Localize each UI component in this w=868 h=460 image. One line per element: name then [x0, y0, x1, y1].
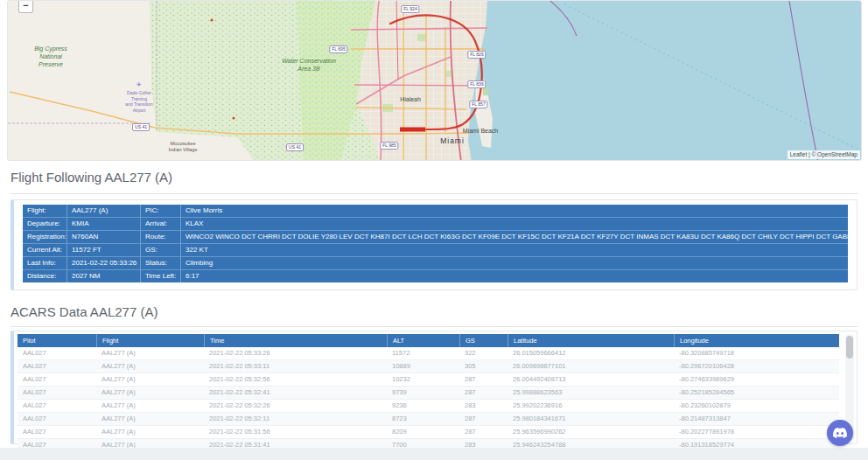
field-label: Current Alt: — [23, 244, 66, 256]
acars-cell: -80.274633989629 — [674, 373, 839, 386]
field-value: 6:17 — [180, 270, 848, 282]
flight-following-title: Flight Following AAL277 (A) — [10, 170, 172, 185]
column-header: Pilot — [18, 334, 96, 347]
field-value: KMIA — [66, 218, 140, 230]
road-shield: US 41 — [132, 123, 150, 131]
acars-cell: 8723 — [387, 413, 459, 425]
map-attribution[interactable]: Leaflet | © OpenStreetMap — [788, 150, 860, 159]
acars-data-row: AAL027AAL277 (A)2021-02-22 05:33:1110889… — [18, 360, 839, 373]
column-header: GS — [459, 334, 508, 347]
acars-cell: 10232 — [387, 373, 459, 386]
field-label: Departure: — [23, 218, 66, 230]
road-shield: FL 826 — [467, 51, 486, 59]
acars-table: PilotFlightTimeALTGSLatitudeLongitude AA… — [18, 334, 839, 452]
acars-scrollbar-thumb[interactable] — [846, 336, 853, 359]
acars-cell: AAL277 (A) — [96, 347, 204, 359]
acars-cell: 26.015059666412 — [508, 347, 674, 359]
acars-panel: PilotFlightTimeALTGSLatitudeLongitude AA… — [10, 331, 858, 444]
acars-cell: 287 — [459, 413, 508, 425]
acars-cell: AAL277 (A) — [96, 360, 204, 373]
map-labels: Big Cypress National PreserveWater Conse… — [8, 1, 861, 160]
acars-cell: 283 — [459, 400, 508, 412]
flight-map[interactable]: ✈ Big Cypress National PreserveWater Con… — [7, 0, 862, 161]
acars-cell: -80.21487313847 — [674, 413, 839, 425]
acars-cell: AAL027 — [18, 373, 96, 386]
road-shield: FL 985 — [380, 142, 398, 150]
column-header: Flight — [96, 334, 204, 347]
map-place-label: Hialeah — [400, 95, 421, 103]
acars-cell: 2021-02-22 05:32:56 — [204, 373, 387, 386]
acars-cell: 11572 — [387, 347, 459, 359]
field-label: Status: — [140, 257, 180, 269]
acars-title: ACARS Data AAL277 (A) — [10, 304, 158, 319]
acars-cell: -80.202277891978 — [674, 426, 839, 438]
road-shield: US 41 — [286, 143, 304, 151]
acars-cell: AAL027 — [18, 413, 96, 425]
flight-info-row: Departure:KMIAArrival:KLAX — [23, 218, 848, 231]
road-shield: FL 836 — [467, 80, 486, 88]
acars-table-body: AAL027AAL277 (A)2021-02-22 05:33:2611572… — [18, 347, 839, 452]
field-value: AAL277 (A) — [66, 205, 140, 217]
field-label: PIC: — [140, 205, 180, 217]
road-shield: FL 695 — [329, 45, 347, 53]
acars-cell: 9236 — [387, 400, 459, 412]
flight-following-table: Flight:AAL277 (A)PIC:Clive MorrisDepartu… — [23, 205, 848, 282]
acars-cell: AAL027 — [18, 360, 96, 373]
discord-icon — [833, 426, 847, 440]
field-label: Last Info: — [23, 257, 66, 269]
acars-cell: AAL027 — [18, 400, 96, 412]
acars-cell: -80.23260102879 — [674, 400, 839, 412]
column-header: Time — [204, 334, 387, 347]
flight-info-row: Distance:2027 NMTime Left:6:17 — [23, 270, 848, 282]
field-value: Climbing — [180, 257, 848, 269]
field-label: Time Left: — [140, 270, 180, 282]
acars-data-row: AAL027AAL277 (A)2021-02-22 05:32:1187232… — [18, 413, 839, 426]
acars-data-row: AAL027AAL277 (A)2021-02-22 05:31:5682092… — [18, 426, 839, 439]
map-place-label: Dade-Collier Training and Transition Air… — [125, 90, 152, 113]
field-label: Registration: — [23, 231, 66, 243]
field-label: Distance: — [23, 270, 66, 282]
acars-cell: 25.963596990262 — [508, 426, 674, 438]
field-label: Flight: — [23, 205, 66, 217]
acars-cell: 287 — [459, 373, 508, 386]
acars-data-row: AAL027AAL277 (A)2021-02-22 05:32:4197392… — [18, 387, 839, 400]
acars-cell: 287 — [459, 426, 508, 438]
map-place-label: Miami — [440, 136, 465, 146]
bottom-edge-band — [0, 448, 868, 460]
acars-table-header: PilotFlightTimeALTGSLatitudeLongitude — [18, 334, 839, 347]
field-label: GS: — [140, 244, 180, 256]
field-value: 2027 NM — [66, 270, 140, 282]
acars-cell: AAL277 (A) — [96, 387, 204, 399]
acars-cell: 25.980184341671 — [508, 413, 674, 425]
flight-info-row: Flight:AAL277 (A)PIC:Clive Morris — [23, 205, 848, 218]
field-value: 2021-02-22 05:33:26 — [66, 257, 140, 269]
section-divider — [10, 326, 858, 327]
acars-cell: 25.99888623563 — [508, 387, 674, 399]
acars-cell: -80.252185284565 — [674, 387, 839, 399]
acars-cell: 10889 — [387, 360, 459, 373]
section-divider — [10, 193, 858, 194]
road-shield: FL 857 — [469, 101, 487, 108]
acars-cell: 8209 — [387, 426, 459, 438]
map-zoom-out-button[interactable]: − — [18, 1, 33, 13]
acars-cell: -80.296720106428 — [674, 360, 839, 373]
discord-chat-button[interactable] — [827, 420, 853, 446]
acars-cell: 2021-02-22 05:32:41 — [204, 387, 387, 399]
acars-cell: AAL027 — [18, 426, 96, 438]
acars-cell: 2021-02-22 05:32:26 — [204, 400, 387, 412]
acars-cell: -80.320885749718 — [674, 347, 839, 359]
field-value: WINCO2 WINCO DCT CHRRI DCT DOLIE Y280 LE… — [180, 231, 848, 243]
acars-cell: 305 — [459, 360, 508, 373]
column-header: Longitude — [674, 334, 839, 347]
acars-cell: AAL027 — [18, 347, 96, 359]
map-place-label: Big Cypress National Preserve — [34, 45, 67, 68]
acars-cell: AAL277 (A) — [96, 426, 204, 438]
field-value: 322 KT — [180, 244, 848, 256]
acars-cell: 9739 — [387, 387, 459, 399]
acars-cell: AAL277 (A) — [96, 373, 204, 386]
acars-cell: 25.99202236916 — [508, 400, 674, 412]
field-label: Route: — [140, 231, 180, 243]
flight-info-row: Current Alt:11572 FTGS:322 KT — [23, 244, 848, 257]
acars-cell: 26.009698677101 — [508, 360, 674, 373]
map-place-label: Miami Beach — [463, 127, 498, 135]
